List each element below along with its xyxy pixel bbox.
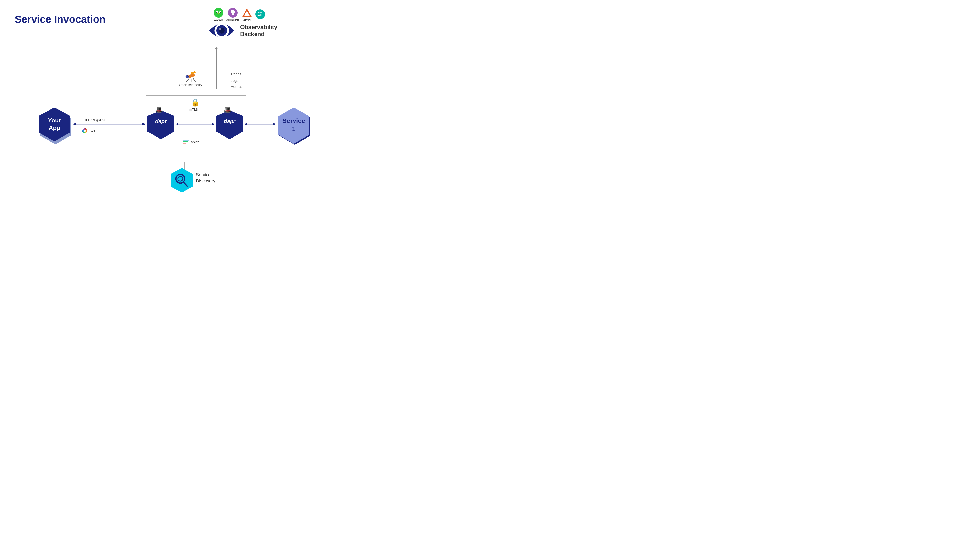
observability-eye: Observability Backend [208, 21, 277, 40]
mtls-lock-icon: 🔒 [191, 98, 200, 106]
svg-point-19 [219, 28, 221, 30]
svg-point-4 [220, 12, 221, 13]
dapr-right-hex-svg [215, 110, 244, 140]
svg-text:Relic: Relic [258, 14, 263, 17]
page-title: Service Invocation [15, 13, 106, 25]
svg-marker-30 [216, 110, 243, 139]
svg-rect-8 [232, 14, 234, 15]
svg-rect-41 [183, 140, 189, 141]
svg-marker-29 [148, 110, 175, 139]
jwt-section: JWT [82, 128, 95, 133]
dapr-right-hat-icon: 🎩 [224, 106, 232, 114]
svg-rect-42 [183, 141, 188, 142]
your-app-hexagon: Your App [37, 106, 72, 146]
observability-icons-row: JAEGER AppInsights ZIPKIN New Relic [213, 7, 266, 21]
svg-rect-10 [232, 16, 234, 16]
dapr-right-hexagon: 🎩 dapr [215, 110, 244, 141]
svg-point-3 [216, 12, 218, 13]
newrelic-icon: New Relic [255, 9, 266, 20]
svg-marker-46 [245, 123, 247, 125]
svg-marker-39 [212, 123, 215, 125]
eye-icon [208, 21, 235, 40]
svg-rect-9 [232, 15, 234, 16]
mtls-label: mTLS [189, 108, 198, 111]
svg-marker-34 [142, 123, 146, 125]
jaeger-icon [213, 7, 224, 18]
http-grpc-label: HTTP or gRPC [83, 118, 105, 122]
your-app-label: Your App [37, 117, 72, 132]
traces-logs-metrics: Traces Logs Metrics [230, 71, 242, 90]
svg-point-37 [84, 130, 86, 132]
dapr-left-hat-icon: 🎩 [155, 106, 163, 114]
zipkin-icon [242, 7, 252, 18]
service-discovery-hex-svg [170, 167, 194, 193]
telescope-icon [184, 70, 197, 82]
service1-label: Service 1 [275, 117, 312, 133]
opentelemetry-label: OpenTelemetry [179, 83, 202, 87]
yourapp-dapr-left-arrow [73, 124, 146, 125]
spiffe-label: spiffe [191, 140, 200, 144]
jwt-wheel-icon [82, 128, 88, 133]
dapr-left-label: dapr [146, 118, 175, 125]
jwt-label: JWT [89, 129, 95, 133]
svg-point-26 [186, 76, 188, 78]
service-discovery-section: Service Discovery [170, 167, 194, 193]
service-discovery-label: Service Discovery [196, 172, 215, 184]
service1-hexagon: Service 1 [275, 106, 312, 146]
zipkin-icon-item: ZIPKIN [242, 7, 252, 21]
svg-marker-45 [274, 123, 276, 125]
svg-marker-40 [176, 123, 178, 125]
opentelemetry-section: OpenTelemetry [179, 70, 202, 87]
svg-line-24 [193, 78, 196, 82]
svg-line-22 [186, 78, 189, 82]
observability-backend-label: Observability Backend [240, 24, 277, 38]
svg-text:New: New [258, 11, 263, 14]
dapr-service1-arrow [245, 124, 276, 125]
dapr-mtls-arrow [176, 124, 215, 125]
dapr-left-hexagon: 🎩 dapr [146, 110, 175, 141]
spiffe-icon [183, 139, 189, 144]
svg-marker-47 [170, 168, 193, 192]
svg-point-0 [214, 8, 223, 17]
dapr-left-hex-svg [146, 110, 175, 140]
svg-marker-35 [73, 123, 76, 125]
svg-point-7 [231, 10, 235, 14]
jaeger-icon-item: JAEGER [213, 7, 224, 21]
appinsights-icon [228, 7, 238, 18]
dapr-right-label: dapr [215, 118, 244, 125]
arrow-to-observability [216, 49, 216, 89]
spiffe-section: spiffe [183, 139, 200, 144]
svg-rect-43 [183, 143, 186, 143]
newrelic-icon-item: New Relic [255, 9, 266, 20]
appinsights-icon-item: AppInsights [226, 7, 239, 21]
